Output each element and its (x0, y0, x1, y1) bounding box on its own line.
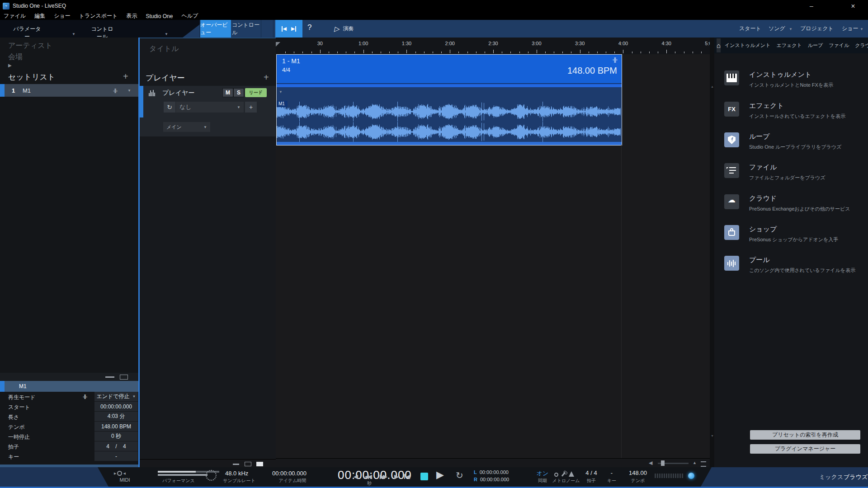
menu-show[interactable]: ショー (54, 12, 71, 20)
return-to-start-button[interactable]: ◀ (404, 473, 410, 480)
browser-tab-cloud[interactable]: クラウド (855, 42, 868, 49)
song-caret-icon[interactable]: ▼ (789, 27, 793, 31)
browser-item-effects[interactable]: FX エフェクト インストールされているエフェクトを表示 (724, 102, 845, 120)
browser-item-loops[interactable]: ループ Studio One ループライブラリをブラウズ (724, 132, 841, 150)
setlist-item-m1[interactable]: 1 M1 -||- ▼ (0, 84, 138, 97)
scroll-left-icon[interactable]: ◀ (649, 460, 652, 466)
performance-label[interactable]: パフォーマンス (149, 478, 208, 484)
clip-header[interactable]: 1 - M1 4/4 -||- 148.00 BPM (277, 55, 622, 83)
nudge-back-button[interactable]: ◀ (354, 473, 358, 480)
jump-next-marker-icon[interactable]: ▶ (291, 26, 296, 32)
inspector-value-dropdown[interactable]: エンドで停止▼ (94, 392, 138, 401)
clip-waveform-area[interactable]: ▼ M1 (277, 87, 622, 142)
small-view-button[interactable] (233, 464, 239, 465)
menu-help[interactable]: ヘルプ (181, 12, 198, 20)
timeline-ruler[interactable]: 301:001:302:002:303:003:304:004:305:00 (276, 38, 710, 54)
mode-tab-song[interactable]: ソング (769, 20, 785, 38)
collapse-panel-button[interactable] (105, 376, 114, 378)
vertical-scrollbar[interactable]: ▲ ▼ (710, 38, 714, 467)
menu-studio-one[interactable]: Studio One (146, 13, 173, 19)
disclosure-triangle-icon[interactable]: ▶ (8, 63, 12, 68)
mix-toggle[interactable]: ミックス (819, 473, 843, 481)
level-indicator-dot[interactable] (688, 473, 694, 479)
menu-transport[interactable]: トランスポート (79, 12, 118, 20)
inspector-value[interactable]: 4 / 4 (94, 441, 138, 451)
loop-button[interactable]: ↻ (456, 470, 463, 481)
file-dropdown[interactable]: なし ▼ (176, 102, 244, 113)
menu-view[interactable]: 表示 (126, 12, 137, 20)
close-button[interactable]: × (843, 0, 863, 12)
maximize-button[interactable] (822, 0, 843, 12)
browser-item-pool[interactable]: プール このソング内で使用されているファイルを表示 (724, 256, 855, 274)
venue-field[interactable]: 会場 (8, 52, 23, 62)
solo-button[interactable]: S (233, 88, 244, 97)
help-icon[interactable]: ? (307, 23, 311, 32)
artist-field[interactable]: アーティスト (8, 41, 52, 51)
sync-value[interactable]: オン (533, 469, 552, 478)
tab-control[interactable]: コントロール (232, 20, 260, 38)
loop-start-time[interactable]: L00:00:00.000 (474, 469, 509, 475)
grid-options-icon[interactable] (701, 461, 706, 467)
clip-collapse-icon[interactable]: ▼ (279, 90, 283, 94)
mode-tab-project[interactable]: プロジェクト (800, 20, 834, 38)
browser-item-cloud[interactable]: ☁ クラウド PreSonus Exchangeおよびその他のサービス (724, 194, 850, 212)
item-time-value[interactable]: 00:00:00.000 (272, 470, 307, 477)
loop-refresh-button[interactable]: ↻ (164, 102, 175, 113)
scroll-down-icon[interactable]: ▼ (711, 434, 714, 437)
playhead-flag-icon[interactable] (276, 42, 280, 47)
tempo-value[interactable]: 148.00 (626, 469, 650, 476)
add-file-button[interactable]: + (245, 102, 257, 113)
time-signature-value[interactable]: 4 / 4 (582, 469, 600, 476)
inspector-value[interactable]: - (94, 451, 138, 461)
item-caret-icon[interactable]: ▼ (127, 89, 131, 93)
inspector-value[interactable]: 00:00:00.000 (94, 402, 138, 411)
lead-button[interactable]: リード (245, 88, 267, 97)
rewind-button[interactable]: ◀◀ (364, 473, 371, 480)
zoom-in-icon[interactable]: ▲ (693, 460, 697, 465)
show-caret-icon[interactable]: ▼ (860, 27, 863, 31)
inspector-value[interactable]: 4:03 分 (94, 412, 138, 421)
item-title-field[interactable]: タイトル (149, 44, 179, 54)
clip-playback-mode-icon[interactable]: -||- (613, 56, 617, 63)
browser-tab-files[interactable]: ファイル (829, 42, 849, 49)
output-dropdown[interactable]: メイン ▼ (163, 122, 210, 132)
player-item[interactable]: プレイヤー M S リード ↻ なし ▼ + メイン ▼ (140, 86, 276, 136)
mode-tab-start[interactable]: スタート (739, 20, 761, 38)
mute-button[interactable]: M (222, 88, 233, 97)
stop-button[interactable] (420, 473, 428, 480)
perform-button[interactable]: ▷ 演奏 (335, 20, 354, 38)
audio-clip-m1[interactable]: 1 - M1 4/4 -||- 148.00 BPM ▼ M1 (276, 54, 622, 145)
control-caret-icon[interactable]: ▼ (165, 32, 168, 36)
key-value[interactable]: - (606, 469, 618, 476)
sample-rate-value[interactable]: 48.0 kHz (225, 470, 248, 477)
loop-end-time[interactable]: R00:00:00.000 (474, 477, 509, 482)
browser-home-tab[interactable]: ⌂ (717, 38, 721, 52)
browser-item-shop[interactable]: ショップ PreSonus ショップからアドオンを入手 (724, 225, 838, 243)
medium-view-button[interactable] (245, 462, 251, 466)
zoom-slider-thumb[interactable] (661, 460, 665, 466)
plugin-manager-button[interactable]: プラグインマネージャー (750, 444, 860, 454)
browser-tab-effects[interactable]: エフェクト (776, 42, 802, 49)
browser-item-instruments[interactable]: インストゥルメント インストゥルメントとNote FXを表示 (724, 70, 833, 89)
menu-edit[interactable]: 編集 (34, 12, 45, 20)
jump-previous-marker-icon[interactable]: ◀ (282, 26, 287, 32)
add-player-button[interactable]: + (264, 73, 269, 82)
browser-item-files[interactable]: ファイル ファイルとフォルダーをブラウズ (724, 163, 826, 181)
inspector-value[interactable]: 0 秒 (94, 432, 138, 441)
nudge-forward-button[interactable]: ▶ (394, 473, 399, 480)
metronome-icon[interactable] (569, 471, 574, 477)
play-button[interactable]: ▶ (436, 469, 444, 481)
large-view-button[interactable] (256, 462, 263, 466)
parameter-caret-icon[interactable]: ▼ (72, 32, 75, 36)
scroll-up-icon[interactable]: ▲ (711, 85, 714, 88)
add-setlist-item-button[interactable]: + (123, 72, 128, 81)
minimize-button[interactable]: – (801, 0, 822, 12)
inspector-value[interactable]: 148.00 BPM (94, 422, 138, 431)
menu-file[interactable]: ファイル (4, 12, 26, 20)
playback-mode-icon[interactable]: -||- (83, 394, 87, 399)
precount-icon[interactable] (554, 473, 558, 477)
tab-overview[interactable]: オーバービュー (200, 20, 231, 38)
fast-forward-button[interactable]: ▶▶ (380, 473, 386, 480)
browser-tab-loops[interactable]: ループ (808, 42, 823, 49)
mode-tab-show[interactable]: ショー (842, 20, 859, 38)
